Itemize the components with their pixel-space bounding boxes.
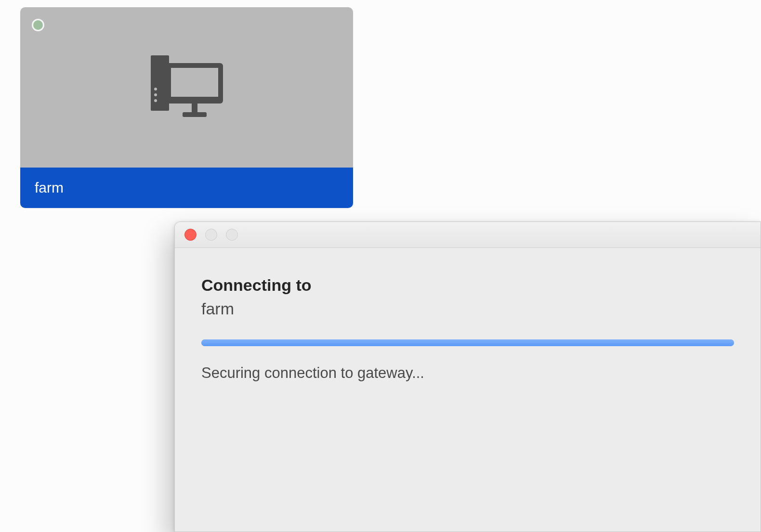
- svg-point-2: [154, 93, 157, 96]
- minimize-icon: [205, 229, 217, 241]
- tile-footer: farm: [20, 168, 353, 208]
- connection-status-text: Securing connection to gateway...: [201, 364, 734, 382]
- connection-tile[interactable]: farm: [20, 7, 353, 208]
- zoom-icon: [226, 229, 238, 241]
- svg-rect-5: [171, 68, 218, 97]
- tile-name-label: farm: [35, 180, 64, 196]
- status-indicator-icon: [32, 19, 44, 31]
- svg-rect-7: [183, 112, 207, 117]
- connecting-dialog: Connecting to farm Securing connection t…: [174, 221, 761, 532]
- svg-rect-6: [192, 104, 197, 112]
- tile-preview-area: [20, 7, 353, 168]
- desktop-computer-icon: [151, 55, 223, 120]
- svg-point-3: [154, 99, 157, 102]
- connecting-target: farm: [201, 299, 734, 318]
- dialog-titlebar[interactable]: [175, 222, 761, 248]
- dialog-body: Connecting to farm Securing connection t…: [175, 248, 761, 382]
- svg-point-1: [154, 88, 157, 91]
- progress-bar: [201, 339, 734, 346]
- progress-bar-fill: [201, 339, 734, 346]
- close-icon[interactable]: [184, 229, 197, 241]
- connecting-heading: Connecting to: [201, 276, 734, 295]
